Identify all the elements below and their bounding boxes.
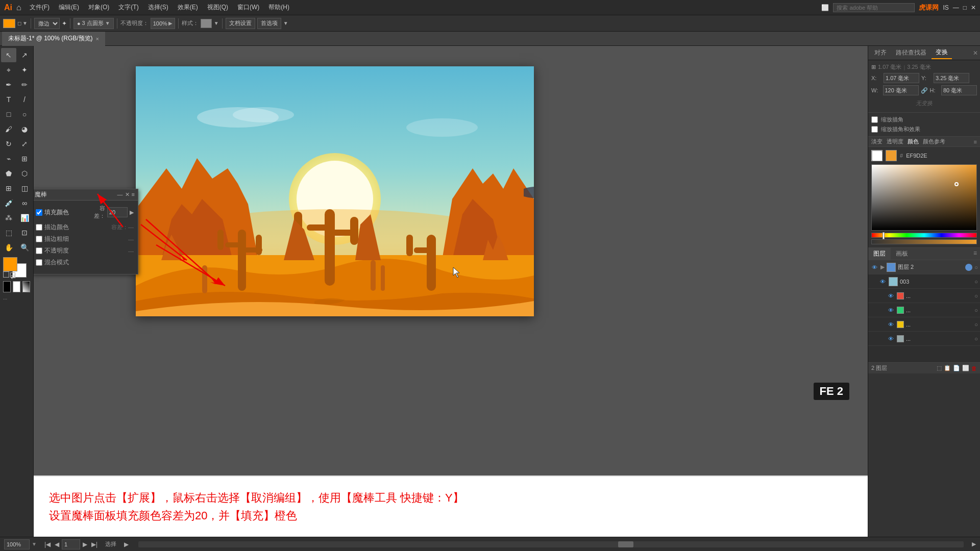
transparency-tab[interactable]: 透明度 [887, 138, 903, 145]
menu-effect[interactable]: 效果(E) [174, 2, 202, 13]
ellipse-tool[interactable]: ○ [17, 107, 32, 121]
x-input[interactable] [884, 73, 919, 83]
zoom-tool[interactable]: 🔍 [17, 240, 32, 255]
hue-bar[interactable] [871, 233, 977, 238]
scroll-right-btn[interactable]: ▶ [972, 541, 976, 547]
color-picker-gradient[interactable] [871, 164, 977, 231]
symbol-tool[interactable]: ⁂ [1, 211, 16, 225]
new-layer-from-sel-btn[interactable]: 📋 [944, 365, 951, 371]
tab-transform[interactable]: 变换 [932, 46, 952, 59]
hand-tool[interactable]: ✋ [1, 240, 16, 255]
menu-text[interactable]: 文字(T) [114, 2, 142, 13]
magic-wand-tool[interactable]: ✦ [17, 63, 32, 77]
menu-edit[interactable]: 编辑(E) [55, 2, 83, 13]
fill-tolerance-arrow[interactable]: ▶ [130, 209, 134, 216]
foreground-color[interactable] [3, 257, 17, 271]
y-input[interactable] [934, 73, 969, 83]
layers-menu[interactable]: ≡ [970, 248, 980, 260]
gradient-fill-btn[interactable] [13, 281, 20, 292]
stroke-color-checkbox[interactable] [36, 224, 42, 231]
menu-select[interactable]: 选择(S) [144, 2, 173, 13]
graph-tool[interactable]: 📊 [17, 211, 32, 225]
pen-tool[interactable]: ✒ [1, 78, 16, 92]
delete-layer-btn[interactable]: 🗑 [971, 365, 977, 371]
pattern-fill-btn[interactable] [22, 281, 30, 292]
line-tool[interactable]: / [17, 92, 32, 107]
layers-tab[interactable]: 图层 [868, 248, 891, 260]
layer2-expand[interactable]: ▶ [880, 264, 885, 270]
rotate-tool[interactable]: ↻ [1, 137, 16, 151]
new-artboard-btn[interactable]: ⬜ [962, 365, 969, 371]
zoom-dropdown[interactable]: ▼ [32, 541, 37, 547]
scale-strokes-checkbox[interactable] [871, 116, 878, 123]
menu-help[interactable]: 帮助(H) [264, 2, 293, 13]
blend-tool[interactable]: ∞ [17, 196, 32, 210]
free-transform-tool[interactable]: ⊞ [17, 152, 32, 166]
make-mask-btn[interactable]: ⬚ [937, 365, 942, 371]
swap-colors-icon[interactable]: ⇄ [10, 272, 15, 278]
layer-row-yellow[interactable]: 👁 ... ○ [868, 317, 980, 332]
opacity-checkbox[interactable] [36, 247, 42, 254]
artboard-tool[interactable]: ⬚ [1, 226, 16, 240]
blend-mode-checkbox[interactable] [36, 259, 42, 266]
new-layer-btn[interactable]: 📄 [953, 365, 960, 371]
stroke-dropdown[interactable]: ▼ [22, 20, 28, 26]
layer2-eye[interactable]: 👁 [870, 263, 878, 271]
page-input[interactable] [62, 539, 80, 549]
menu-view[interactable]: 视图(Q) [203, 2, 232, 13]
layer-gray-eye[interactable]: 👁 [887, 335, 895, 343]
layer-row-003[interactable]: 👁 003 ○ [868, 274, 980, 289]
panel-menu[interactable]: ≡ [132, 191, 135, 198]
w-input[interactable] [883, 85, 919, 95]
text-tool[interactable]: T [1, 92, 16, 107]
document-tab[interactable]: 未标题-1* @ 100% (RGB/预览) × [2, 32, 105, 46]
layer-row-2[interactable]: 👁 ▶ 图层 2 ○ [868, 260, 980, 274]
prev-page-btn[interactable]: ◀ [53, 540, 61, 548]
panel-minimize[interactable]: — [117, 191, 123, 198]
gradient-tool[interactable]: ◫ [17, 181, 32, 195]
fill-swatch-orange[interactable] [886, 150, 897, 161]
color-section-menu[interactable]: ≡ [974, 139, 977, 145]
zoom-input[interactable] [4, 539, 30, 549]
scale-effects-checkbox[interactable] [871, 126, 878, 133]
color-ref-tab[interactable]: 颜色参考 [923, 138, 945, 145]
fill-color-checkbox[interactable] [36, 209, 42, 216]
color-tab[interactable]: 颜色 [908, 138, 919, 145]
selection-tool[interactable]: ↖ [1, 48, 16, 62]
slice-tool[interactable]: ⊡ [17, 226, 32, 240]
mesh-tool[interactable]: ⊞ [1, 181, 16, 195]
hue-tab[interactable]: 淡变 [871, 138, 883, 145]
layer-row-gray[interactable]: 👁 ... ○ [868, 332, 980, 346]
home-icon[interactable]: ⌂ [16, 3, 21, 12]
eyedropper-tool[interactable]: 💉 [1, 196, 16, 210]
preferences-btn[interactable]: 首选项 [257, 18, 281, 29]
lasso-tool[interactable]: ⌖ [1, 63, 16, 77]
scroll-bar[interactable] [138, 541, 964, 547]
fill-tolerance-input[interactable] [107, 207, 128, 217]
right-panel-close[interactable]: ✕ [973, 49, 978, 57]
brush-type-select[interactable]: 撒边 [34, 18, 60, 29]
search-input[interactable] [833, 3, 915, 12]
doc-settings-btn[interactable]: 文档设置 [226, 18, 255, 29]
point-type-dropdown[interactable]: ▼ [105, 20, 110, 26]
minimize-btn[interactable]: — [953, 4, 959, 11]
style-dropdown[interactable]: ▼ [214, 20, 219, 26]
layer003-eye[interactable]: 👁 [878, 278, 887, 286]
last-page-btn[interactable]: ▶| [90, 540, 99, 548]
none-fill-btn[interactable] [3, 281, 11, 292]
h-input[interactable] [941, 85, 977, 95]
first-page-btn[interactable]: |◀ [43, 540, 52, 548]
freeform-pen-tool[interactable]: ✏ [17, 78, 32, 92]
menu-object[interactable]: 对象(O) [84, 2, 113, 13]
layer-green-eye[interactable]: 👁 [887, 306, 895, 314]
perspective-tool[interactable]: ⬡ [17, 166, 32, 181]
opacity-expand[interactable]: ▶ [168, 20, 173, 26]
layer-row-green[interactable]: 👁 ... ○ [868, 303, 980, 317]
scale-tool[interactable]: ⤢ [17, 137, 32, 151]
pref-dropdown[interactable]: ▼ [283, 20, 288, 26]
rect-tool[interactable]: □ [1, 107, 16, 121]
color-stroke-swatch[interactable] [871, 150, 883, 161]
tab-close-btn[interactable]: × [96, 36, 99, 42]
layer-row-red[interactable]: 👁 ... ○ [868, 289, 980, 303]
constrain-icon[interactable]: 🔗 [921, 87, 928, 94]
